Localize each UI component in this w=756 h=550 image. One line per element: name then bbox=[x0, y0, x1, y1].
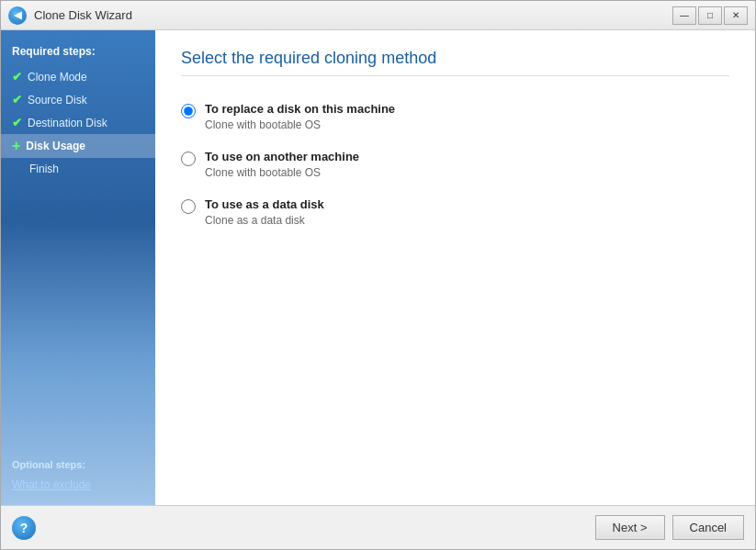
sidebar-item-disk-usage[interactable]: + Disk Usage bbox=[1, 134, 155, 158]
panel-title: Select the required cloning method bbox=[181, 49, 729, 76]
option-another-machine-label: To use on another machine bbox=[205, 150, 359, 163]
sidebar-item-clone-mode-label: Clone Mode bbox=[28, 71, 87, 84]
sidebar-item-finish[interactable]: Finish bbox=[1, 158, 155, 180]
option-data-disk-desc: Clone as a data disk bbox=[205, 214, 324, 227]
option-data-disk[interactable]: To use as a data disk Clone as a data di… bbox=[181, 197, 729, 227]
sidebar-item-source-disk-label: Source Disk bbox=[28, 94, 87, 107]
radio-data-disk[interactable] bbox=[181, 199, 196, 214]
option-replace-disk-desc: Clone with bootable OS bbox=[205, 118, 395, 131]
help-button[interactable]: ? bbox=[12, 516, 36, 540]
main-content: Required steps: ✔ Clone Mode ✔ Source Di… bbox=[1, 30, 755, 505]
app-icon: ◀ bbox=[8, 6, 27, 25]
sidebar-item-disk-usage-label: Disk Usage bbox=[26, 140, 85, 152]
close-button[interactable]: ✕ bbox=[724, 6, 748, 25]
radio-another-machine[interactable] bbox=[181, 152, 196, 166]
bottom-left: ? bbox=[12, 516, 36, 540]
sidebar-item-what-to-exclude[interactable]: What to exclude bbox=[1, 476, 155, 494]
radio-replace-disk[interactable] bbox=[181, 104, 196, 118]
required-steps-label: Required steps: bbox=[1, 41, 155, 65]
check-icon-destination-disk: ✔ bbox=[12, 116, 22, 129]
title-bar: ◀ Clone Disk Wizard — □ ✕ bbox=[1, 1, 755, 30]
window-title: Clone Disk Wizard bbox=[34, 8, 132, 22]
next-button[interactable]: Next > bbox=[595, 515, 665, 540]
option-another-machine[interactable]: To use on another machine Clone with boo… bbox=[181, 150, 729, 179]
optional-steps-label: Optional steps: bbox=[1, 444, 155, 476]
option-replace-disk-text: To replace a disk on this machine Clone … bbox=[205, 102, 395, 131]
sidebar-item-destination-disk-label: Destination Disk bbox=[28, 117, 107, 129]
title-bar-left: ◀ Clone Disk Wizard bbox=[8, 6, 132, 25]
sidebar-item-source-disk[interactable]: ✔ Source Disk bbox=[1, 88, 155, 111]
sidebar: Required steps: ✔ Clone Mode ✔ Source Di… bbox=[1, 30, 155, 505]
right-panel: Select the required cloning method To re… bbox=[155, 30, 755, 505]
main-window: ◀ Clone Disk Wizard — □ ✕ Required steps… bbox=[0, 0, 756, 550]
option-replace-disk-label: To replace a disk on this machine bbox=[205, 102, 395, 116]
minimize-button[interactable]: — bbox=[672, 6, 696, 25]
option-another-machine-desc: Clone with bootable OS bbox=[205, 166, 359, 179]
window-controls: — □ ✕ bbox=[672, 6, 748, 25]
sidebar-item-clone-mode[interactable]: ✔ Clone Mode bbox=[1, 65, 155, 88]
option-data-disk-label: To use as a data disk bbox=[205, 197, 324, 211]
option-replace-disk[interactable]: To replace a disk on this machine Clone … bbox=[181, 102, 729, 131]
option-data-disk-text: To use as a data disk Clone as a data di… bbox=[205, 197, 324, 227]
bottom-right: Next > Cancel bbox=[595, 515, 744, 540]
cancel-button[interactable]: Cancel bbox=[672, 515, 744, 540]
option-another-machine-text: To use on another machine Clone with boo… bbox=[205, 150, 359, 179]
bottom-bar: ? Next > Cancel bbox=[1, 505, 755, 549]
check-icon-clone-mode: ✔ bbox=[12, 70, 22, 84]
sidebar-item-destination-disk[interactable]: ✔ Destination Disk bbox=[1, 111, 155, 134]
sidebar-spacer bbox=[1, 180, 155, 444]
sidebar-item-finish-label: Finish bbox=[29, 163, 59, 175]
check-icon-source-disk: ✔ bbox=[12, 93, 22, 107]
plus-icon-disk-usage: + bbox=[12, 139, 20, 153]
maximize-button[interactable]: □ bbox=[698, 6, 722, 25]
cloning-method-options: To replace a disk on this machine Clone … bbox=[181, 102, 729, 227]
